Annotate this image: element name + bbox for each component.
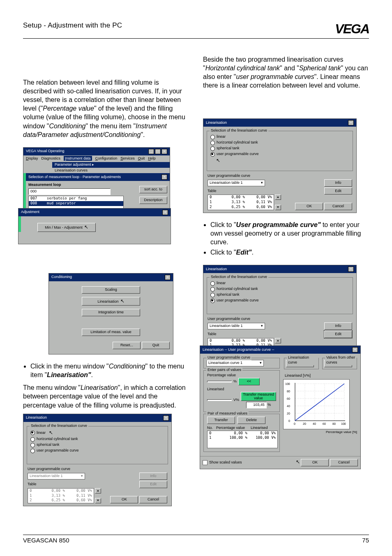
radio-spherical[interactable]: spherical tank xyxy=(30,442,164,447)
right-bullet-1: Click to "User programmable curve" to en… xyxy=(210,220,369,246)
left-bullet-1: Click in the menu window "Conditioning" … xyxy=(30,362,189,379)
lin-title: Linearisation xyxy=(26,415,47,420)
cancel-button[interactable]: Cancel xyxy=(139,496,167,503)
close-icon[interactable]: × xyxy=(165,275,171,280)
vega-logo: VEGA xyxy=(335,21,369,37)
footer-page: 75 xyxy=(362,537,369,544)
scroll-up-icon[interactable]: ▲ xyxy=(275,195,281,200)
svg-text:0: 0 xyxy=(294,422,295,425)
limitation-button[interactable]: Limitation of meas. value xyxy=(82,329,140,336)
radio-spherical[interactable]: spherical tank xyxy=(210,146,349,151)
close-icon[interactable]: × xyxy=(348,266,354,272)
screenshot-linearisation-linear: Linearisation× Selection of the linearis… xyxy=(23,414,172,507)
ok-button[interactable]: OK xyxy=(110,496,138,503)
svg-text:40: 40 xyxy=(287,405,290,408)
pct-input[interactable] xyxy=(207,381,232,382)
screenshot-conditioning: Conditioning× Scaling Linearisation↖ Int… xyxy=(48,273,173,354)
cursor-icon: ↖ xyxy=(216,158,349,164)
svg-text:80: 80 xyxy=(287,390,290,393)
vvo-sub-titlebar: Selection of measurement loop - Paramete… xyxy=(26,173,170,181)
sort-button[interactable]: sort acc. to xyxy=(139,186,167,193)
close-icon[interactable]: × xyxy=(162,210,168,215)
transfer-measured-button[interactable]: Transfer measured value xyxy=(241,392,276,401)
transfer-button[interactable]: Transfer xyxy=(207,417,235,424)
upc-curve-select[interactable]: Linearisation curve 1▾ xyxy=(206,360,264,366)
min-max-button[interactable]: Min / Max - Adjustment↖ xyxy=(37,223,96,232)
edit-button[interactable]: Edit xyxy=(324,188,352,195)
menu-lin-curves[interactable]: Linearisation curves xyxy=(52,168,170,174)
cond-title: Conditioning xyxy=(51,275,72,280)
chart-title: Linearised [V%] xyxy=(285,373,358,378)
svg-text:100: 100 xyxy=(285,382,290,385)
show-scaled-checkbox[interactable] xyxy=(203,460,208,465)
integration-button[interactable]: Integration time xyxy=(82,309,140,316)
cursor-icon: ↖ xyxy=(49,430,53,436)
minimize-icon[interactable]: _ xyxy=(148,149,154,154)
svg-text:0: 0 xyxy=(288,419,290,422)
close-icon[interactable]: × xyxy=(348,120,354,125)
radio-user[interactable]: user programmable curve xyxy=(210,152,349,157)
upc-title: Linearisation -- User programmable curve… xyxy=(203,348,274,352)
screenshot-linearisation-user-2: Linearisation× Selection of the linearis… xyxy=(203,265,357,356)
screenshot-linearisation-user: Linearisation× Selection of the linearis… xyxy=(203,118,357,213)
vvo-menubar: DisplayDiagnosticsInstrument dataConfigu… xyxy=(23,155,170,162)
cursor-icon: ↖ xyxy=(296,459,300,465)
scroll-down-icon[interactable]: ▼ xyxy=(95,498,101,503)
close-icon[interactable]: × xyxy=(352,347,358,352)
page-header: Setup - Adjustment with the PC xyxy=(23,21,122,30)
linearisation-button[interactable]: Linearisation↖ xyxy=(82,297,140,306)
radio-horizontal[interactable]: horizontal cylindrical tank xyxy=(30,437,164,442)
svg-text:40: 40 xyxy=(313,422,316,425)
footer-left: VEGASCAN 850 xyxy=(23,537,69,544)
lin-input[interactable] xyxy=(207,399,232,401)
cancel-button[interactable]: Cancel xyxy=(330,459,358,466)
info-button: Info xyxy=(139,473,167,480)
chart-x-label: Percentage value [%] xyxy=(283,430,357,435)
description-button[interactable]: Description xyxy=(139,197,167,204)
close-icon[interactable]: × xyxy=(163,415,169,421)
right-para-1: Beside the two programmed linearisation … xyxy=(203,55,369,90)
edit-button[interactable]: Edit xyxy=(324,331,352,338)
info-button[interactable]: Info xyxy=(324,322,352,330)
lin-table-select: Linearisation table 1▾ xyxy=(28,473,85,480)
radio-linear[interactable]: linear xyxy=(210,134,349,139)
lin-table-select[interactable]: Linearisation table 1▾ xyxy=(208,180,265,186)
scaling-button[interactable]: Scaling xyxy=(82,286,140,294)
arrow-button[interactable]: << xyxy=(238,378,260,385)
right-bullet-2: Click to "Edit". xyxy=(210,248,369,257)
left-para-1: The relation between level and filling v… xyxy=(23,78,189,139)
adj-title: Adjustment xyxy=(21,210,39,215)
svg-text:100: 100 xyxy=(341,422,346,425)
close-icon[interactable]: × xyxy=(161,149,167,154)
info-button[interactable]: Info xyxy=(324,179,352,187)
reset-button[interactable]: Reset... xyxy=(113,342,141,349)
loop-input[interactable]: 000 xyxy=(28,188,111,195)
right-column: Beside the two programmed linearisation … xyxy=(203,55,369,514)
radio-linear[interactable]: linear↖ xyxy=(30,430,164,436)
cursor-icon: ↖ xyxy=(84,224,88,230)
cursor-icon: ↖ xyxy=(120,298,125,304)
left-column: The relation between level and filling v… xyxy=(23,55,189,514)
screenshot-vvo: VEGA Visual Operating _□× DisplayDiagnos… xyxy=(23,147,170,218)
ok-button[interactable]: OK xyxy=(301,459,329,466)
left-para-2: The menu window "Linearisation", in whic… xyxy=(23,383,189,409)
close-icon[interactable]: × xyxy=(161,174,167,180)
delete-button[interactable]: Delete xyxy=(238,417,265,424)
menu-param-adjust[interactable]: Parameter adjustment ▸ xyxy=(52,162,170,168)
scroll-down-icon[interactable]: ▼ xyxy=(275,205,281,210)
svg-text:20: 20 xyxy=(287,412,290,415)
edit-button: Edit xyxy=(139,481,167,488)
cancel-button[interactable]: Cancel xyxy=(324,203,352,210)
maximize-icon[interactable]: □ xyxy=(155,149,161,154)
vvo-title: VEGA Visual Operating xyxy=(26,149,64,154)
scroll-up-icon[interactable]: ▲ xyxy=(95,488,101,493)
svg-text:60: 60 xyxy=(287,397,290,400)
svg-text:60: 60 xyxy=(323,422,326,425)
radio-user[interactable]: user programmable curve xyxy=(30,448,164,453)
svg-text:80: 80 xyxy=(332,422,336,425)
quit-button[interactable]: Quit xyxy=(142,342,170,349)
ok-button[interactable]: OK xyxy=(295,203,323,210)
linearisation-chart: 100806040200 020406080100 xyxy=(283,379,350,429)
screenshot-adjustment: Adjustment× Min / Max - Adjustment↖ xyxy=(18,208,171,244)
radio-horizontal[interactable]: horizontal cylindrical tank xyxy=(210,140,349,145)
